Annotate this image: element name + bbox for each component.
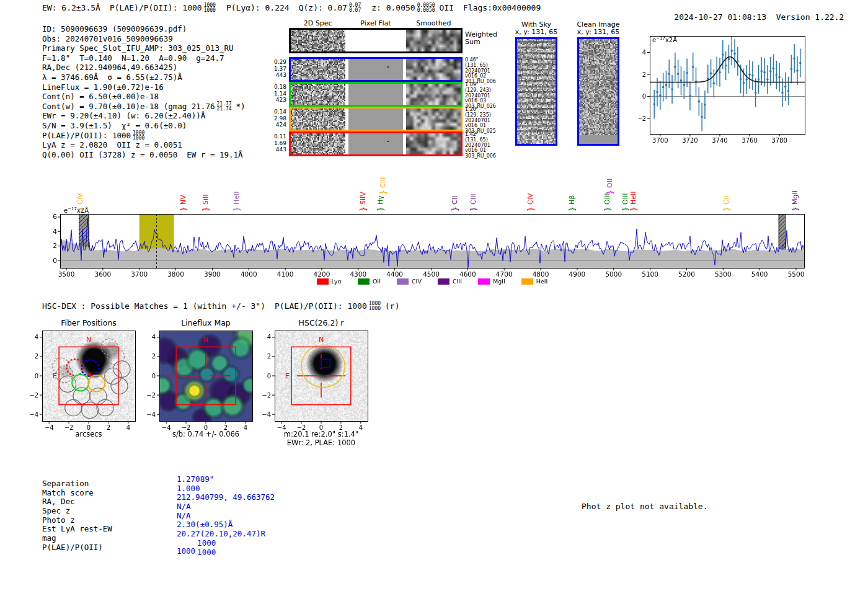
info-line: LineFlux = 1.90(±0.72)e-16 [42, 82, 246, 92]
match-row-label: Photo z [42, 516, 112, 525]
match-row-value: 1.27089" [177, 475, 275, 484]
cutout-left-value: 2.98 [273, 115, 286, 122]
match-value-text: 1000 [177, 546, 195, 556]
line-bracket: { [622, 204, 629, 214]
match-value-text: N/A [177, 511, 191, 520]
lineflux-map-plot [146, 327, 256, 433]
line-label-OII: OII [606, 179, 614, 188]
legend-swatch [438, 278, 450, 285]
info-line: Obs: 20240701v016_5090096639 [42, 34, 246, 44]
cutout-column-header: Pixel Flat [347, 19, 404, 27]
stacked-fraction: 21.7721.74 [216, 102, 231, 111]
cutout-row [289, 107, 463, 131]
line-label-MgII: MgII [792, 190, 799, 205]
line-fit-plot [639, 32, 809, 144]
info-line: Cont(n) = 6.50(±0.00)e-18 [42, 92, 246, 102]
full-spectrum-plot [50, 210, 809, 279]
line-label-SiII: SiII [202, 194, 210, 205]
clean-image-coords: x, y: 131, 65 [564, 29, 632, 36]
line-bracket: { [569, 204, 576, 214]
cutout-pixelflat-image [348, 84, 403, 105]
stacked-fraction: 0.070.07 [349, 3, 361, 12]
line-bracket: { [630, 204, 637, 214]
match-row-value: 20.27(20.10,20.47)R [177, 530, 275, 539]
fraction-denominator: 0.07 [349, 8, 361, 13]
match-value-text: 1.000 [177, 484, 200, 493]
legend-item-Lyα: Lyα [317, 278, 342, 285]
fraction-denominator: 1000 [204, 8, 216, 13]
cutout-left-value: 423 [273, 97, 286, 104]
fraction-numerator: 1000 [197, 539, 216, 548]
with-sky-panel [515, 37, 557, 146]
text-part-body: HSC-DEX : Possible Matches = 1 (within +… [42, 301, 265, 311]
clean-image-panel [577, 37, 619, 146]
text-part-tail: (r) [385, 301, 399, 311]
text-part-body: z: 0.0050 [371, 3, 415, 12]
stacked-fraction: 0.00500.0050 [417, 3, 435, 12]
cutout-left-value: 443 [273, 146, 286, 153]
legend-label: MgII [493, 278, 505, 285]
legend-swatch [478, 278, 490, 285]
cutout-smoothed-image [406, 133, 461, 154]
cutout-smoothed-image [406, 30, 461, 51]
info-line-text: S/N = 3.9(±1.5) χ² = 0.6(±0.0) [42, 121, 187, 130]
match-value-text: 20.27(20.10,20.47)R [177, 529, 265, 538]
fraction-denominator: 1000 [369, 306, 381, 311]
line-bracket: { [723, 204, 730, 214]
info-line: RA,Dec (212.940964,49.663425) [42, 63, 246, 73]
cutout-pixelflat-image [348, 133, 403, 154]
report-version: Version 1.22.2 [776, 12, 844, 22]
info-line: Cont(w) = 9.70(±0.10)e-18 (gmag 21.7621.… [42, 102, 246, 112]
text-part: P(LAE)/P(OII): 100010001000(r) [275, 301, 399, 311]
cutout-2dspec-image [291, 30, 345, 51]
info-line-text: LyA z = 2.0820 OII z = 0.0051 [42, 140, 182, 149]
stacked-fraction: 10001000 [197, 539, 216, 557]
line-label-NV: NV [180, 195, 187, 205]
stacked-fraction: 10001000 [133, 131, 144, 140]
line-bracket: { [377, 204, 384, 214]
legend-swatch [397, 278, 409, 285]
cutout-2dspec-image [291, 84, 345, 105]
match-row-label: Est LyA rest-EW [42, 525, 112, 534]
cutout-left-value: 1.14 [273, 91, 286, 97]
cutout-row-left-labels: 0.111.69443 [273, 133, 286, 153]
text-part-body: Q(z): 0.07 [299, 3, 347, 12]
legend-item-MgII: MgII [478, 278, 505, 285]
match-row-label: Spec z [42, 507, 112, 516]
text-part-body: P(Lyα): 0.224 [226, 3, 290, 12]
line-bracket: { [180, 204, 187, 214]
cutout-left-value: 0.11 [273, 133, 286, 140]
spacer [766, 12, 776, 22]
fiber-positions-plot [29, 327, 139, 433]
line-label-Hβ: Hβ [569, 195, 576, 205]
legend-label: OII [373, 278, 381, 285]
legend-item-HeII: HeII [521, 278, 548, 285]
info-block: ID: 5090096639 (5090096639.pdf)Obs: 2024… [42, 24, 246, 159]
legend-item-OII: OII [358, 278, 381, 285]
cutout-column-headers: 2D SpecPixel FlatSmoothed [289, 19, 463, 27]
match-row-value: 2.30(±0.95)Å [177, 520, 275, 530]
match-table-labels: SeparationMatch scoreRA, DecSpec zPhoto … [42, 479, 112, 553]
weighted-label-line2: Sum [465, 38, 497, 46]
info-line: S/N = 3.9(±1.5) χ² = 0.6(±0.0) [42, 121, 246, 131]
legend-label: Lyα [332, 278, 342, 285]
match-value-text: 2.30(±0.95)Å [177, 520, 232, 529]
match-row-label: RA, Dec [42, 497, 112, 507]
match-row-value: 1.000 [177, 484, 275, 494]
info-line: F=1.8" T=0.140 N=1.20 A=0.90 g=24.7 [42, 53, 246, 63]
hsc-cutout-plot [261, 327, 371, 433]
cutout-right-value: 303_RU_006 [465, 154, 496, 159]
cutout-column-header: 2D Spec [289, 19, 347, 27]
info-line-text: F=1.8" T=0.140 N=1.20 A=0.90 g=24.7 [42, 53, 224, 63]
cutout-smoothed-image [406, 84, 461, 105]
line-bracket: { [604, 204, 611, 214]
legend-label: CIII [453, 278, 462, 285]
lineflux-map-xlabel: s/b: 0.74 +/- 0.066 [147, 430, 265, 438]
text-part: EW: 6.2±3.5Å [42, 3, 100, 12]
info-line-text: λ = 3746.69Å σ = 6.55(±2.75)Å [42, 73, 182, 82]
report-datetime: 2024-10-27 01:08:13 [674, 12, 766, 22]
legend-item-CIV: CIV [397, 278, 422, 285]
match-row-value: 212.940799, 49.663762 [177, 493, 275, 502]
info-line-text: EWr = 9.20(±4.10) (w: 6.20(±2.40))Å [42, 111, 205, 120]
line-bracket: { [792, 204, 799, 214]
